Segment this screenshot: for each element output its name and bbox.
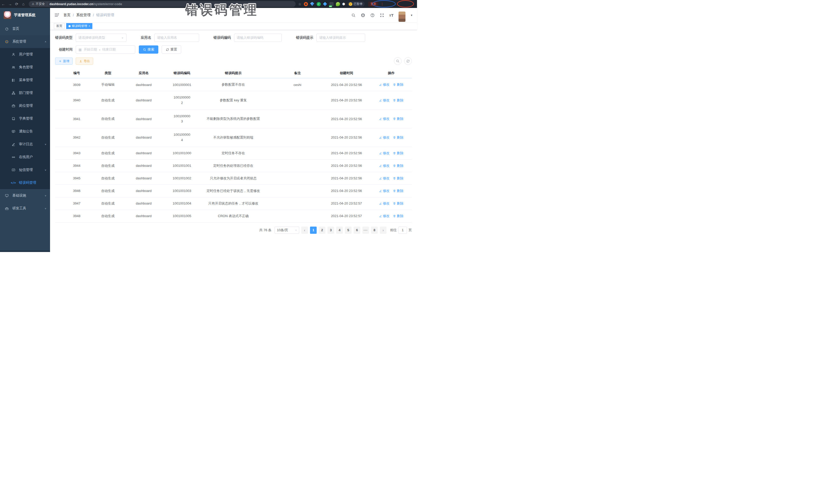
delete-link[interactable]: 删除 [393, 151, 403, 155]
sidebar-item-label: 通知公告 [19, 129, 33, 134]
chrome-update-button[interactable]: 更新 [368, 2, 378, 7]
edit-link[interactable]: 修改 [379, 116, 390, 121]
delete-link[interactable]: 删除 [393, 116, 403, 121]
github-icon[interactable] [360, 13, 365, 18]
sidebar-item-6[interactable]: 岗位管理 [0, 99, 50, 112]
profile-paused-chip[interactable]: 已暂停 [348, 1, 365, 7]
sidebar-collapse-bar[interactable] [0, 250, 50, 252]
delete-link[interactable]: 删除 [393, 201, 403, 206]
address-bar[interactable]: ⚠ 不安全 dashboard.yudao.iocoder.cn /system… [29, 1, 295, 7]
edit-link[interactable]: 修改 [379, 135, 390, 140]
back-icon[interactable]: ← [0, 2, 7, 6]
delete-link[interactable]: 删除 [393, 135, 403, 140]
date-range-picker[interactable]: ▦ 开始日期 - 结束日期 [76, 45, 135, 53]
search-button[interactable]: 搜索 [139, 45, 158, 53]
sidebar-item-12[interactable]: </> 错误码管理 [0, 176, 50, 189]
reload-icon[interactable]: ⟳ [13, 2, 20, 6]
error-code-input[interactable]: 请输入错误码编码 [234, 34, 282, 42]
breadcrumb-home[interactable]: 首页 [63, 13, 70, 18]
page-button-4[interactable]: 4 [336, 226, 343, 234]
help-icon[interactable] [370, 13, 375, 18]
app-name-input[interactable]: 请输入应用名 [154, 34, 199, 42]
show-search-icon-button[interactable] [394, 57, 402, 65]
error-type-select[interactable]: 请选择错误码类型 ∨ [76, 34, 127, 42]
sidebar-item-3[interactable]: 角色管理 [0, 61, 50, 74]
edit-link[interactable]: 修改 [379, 201, 390, 206]
sidebar-logo[interactable]: 芋道管理系统 [0, 8, 50, 22]
bookmark-star-icon[interactable]: ☆ [298, 2, 302, 6]
extension-ring-icon[interactable] [304, 2, 308, 6]
sidebar-item-4[interactable]: 菜单管理 [0, 74, 50, 86]
extension-switch-icon[interactable] [329, 2, 334, 6]
extension-gem-icon[interactable] [310, 2, 314, 6]
breadcrumb-system[interactable]: 系统管理 [76, 13, 91, 18]
sidebar-item-11[interactable]: 短信管理∨ [0, 163, 50, 176]
fullscreen-icon[interactable] [379, 13, 384, 18]
page-button-8[interactable]: 8 [371, 226, 378, 234]
delete-link[interactable]: 删除 [393, 82, 403, 87]
next-page-button[interactable]: › [380, 226, 387, 234]
sidebar-item-1[interactable]: 系统管理∧ [0, 35, 50, 48]
cell-type: 自动生成 [98, 159, 117, 172]
sidebar-item-8[interactable]: 通知公告 [0, 125, 50, 138]
sms-icon [11, 168, 15, 172]
tag-error-code[interactable]: 错误码管理 × [66, 23, 92, 29]
browser-menu-icon[interactable]: ⋮ [380, 2, 383, 6]
delete-link[interactable]: 删除 [393, 176, 403, 181]
cell-actions: 修改 删除 [371, 159, 412, 172]
delete-link[interactable]: 删除 [393, 214, 403, 218]
sidebar-item-13[interactable]: 基础设施∨ [0, 189, 50, 202]
cell-actions: 修改 删除 [371, 110, 412, 128]
sidebar-item-9[interactable]: 审计日志∨ [0, 138, 50, 151]
edit-link[interactable]: 修改 [379, 189, 390, 193]
sidebar-item-5[interactable]: 部门管理 [0, 86, 50, 99]
page-size-select[interactable]: 10条/页 ∨ [275, 226, 299, 234]
pagination: 共 76 条 10条/页 ∨ ‹ 123456···8 › 前往 页 [55, 222, 412, 234]
extension-diamond-icon[interactable] [323, 2, 327, 6]
extensions-puzzle-icon[interactable]: ⬢ [342, 2, 345, 6]
cell-app: dashboard [117, 147, 170, 159]
edit-link[interactable]: 修改 [379, 163, 390, 168]
add-button[interactable]: 新增 [55, 58, 73, 65]
edit-link[interactable]: 修改 [379, 82, 390, 87]
sidebar-item-label: 基础设施 [12, 193, 26, 198]
delete-link[interactable]: 删除 [393, 189, 403, 193]
edit-link[interactable]: 修改 [379, 98, 390, 103]
page-button-1[interactable]: 1 [310, 226, 317, 234]
sidebar-item-0[interactable]: 首页 [0, 22, 50, 35]
forward-icon[interactable]: → [7, 2, 13, 6]
avatar-caret-icon[interactable]: ▼ [410, 14, 413, 17]
sidebar-item-14[interactable]: 研发工具∨ [0, 202, 50, 215]
page-button-5[interactable]: 5 [345, 226, 352, 234]
reset-button[interactable]: 重置 [162, 45, 181, 53]
cell-app: dashboard [117, 210, 170, 222]
tag-home[interactable]: 首页 [54, 23, 65, 29]
page-button-2[interactable]: 2 [319, 226, 325, 234]
delete-link[interactable]: 删除 [393, 163, 403, 168]
extension-check-icon[interactable]: ✓ [317, 2, 321, 6]
delete-link[interactable]: 删除 [393, 98, 403, 103]
refresh-icon-button[interactable] [404, 57, 412, 65]
page-button-6[interactable]: 6 [354, 226, 360, 234]
home-icon[interactable]: ⌂ [20, 2, 27, 6]
sidebar-item-10[interactable]: 在线用户 [0, 151, 50, 163]
sidebar-item-7[interactable]: 字典管理 [0, 112, 50, 125]
cell-actions: 修改 删除 [371, 78, 412, 91]
edit-link[interactable]: 修改 [379, 151, 390, 155]
extension-leaf-icon[interactable] [336, 2, 340, 6]
prev-page-button[interactable]: ‹ [301, 226, 308, 234]
edit-link[interactable]: 修改 [379, 214, 390, 218]
sidebar-item-2[interactable]: 用户管理 [0, 48, 50, 61]
more-pages-icon[interactable]: ··· [363, 226, 369, 234]
error-msg-input[interactable]: 请输入错误码提示 [316, 34, 365, 42]
cell-msg: 参数配置不存在 [194, 78, 272, 91]
tag-close-icon[interactable]: × [89, 25, 90, 27]
search-icon[interactable] [351, 13, 356, 18]
edit-link[interactable]: 修改 [379, 176, 390, 181]
hamburger-icon[interactable] [54, 13, 59, 18]
font-size-icon[interactable]: тT [389, 13, 394, 18]
user-avatar[interactable] [398, 12, 405, 22]
page-button-3[interactable]: 3 [327, 226, 334, 234]
jump-page-input[interactable] [398, 226, 407, 234]
export-button[interactable]: 导出 [76, 58, 93, 65]
